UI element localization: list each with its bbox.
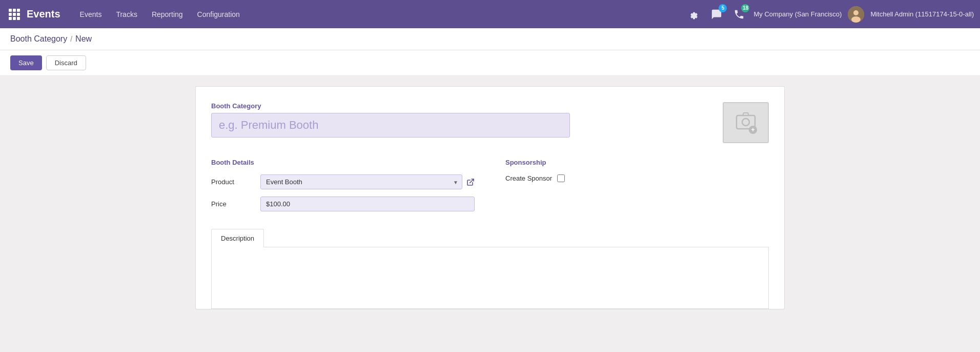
nav-tracks[interactable]: Tracks	[109, 0, 144, 28]
user-name[interactable]: Mitchell Admin (11517174-15-0-all)	[870, 10, 974, 18]
sponsorship-title: Sponsorship	[505, 159, 769, 166]
nav-events[interactable]: Events	[73, 0, 109, 28]
navbar: Events Events Tracks Reporting Configura…	[0, 0, 980, 28]
create-sponsor-label: Create Sponsor	[505, 174, 552, 182]
phone-icon[interactable]: 18	[731, 6, 747, 23]
booth-details-title: Booth Details	[211, 159, 475, 166]
product-select-wrapper: Event Booth Standard Booth Premium Booth…	[260, 174, 462, 189]
breadcrumb-current: New	[75, 34, 92, 44]
discard-button[interactable]: Discard	[46, 55, 86, 70]
breadcrumb-parent[interactable]: Booth Category	[10, 34, 67, 44]
phone-badge: 18	[741, 4, 749, 12]
booth-category-section: Booth Category	[211, 102, 712, 138]
price-input[interactable]: $100.00	[260, 197, 475, 211]
create-sponsor-row: Create Sponsor	[505, 174, 769, 182]
svg-point-4	[742, 119, 749, 126]
app-brand[interactable]: Events	[27, 8, 60, 20]
price-control: $100.00	[260, 197, 475, 211]
description-area[interactable]	[211, 247, 769, 309]
settings-icon[interactable]	[686, 6, 702, 23]
booth-details-section: Booth Details Product Event Booth Standa…	[211, 159, 475, 219]
product-row: Product Event Booth Standard Booth Premi…	[211, 174, 475, 189]
photo-upload[interactable]: +	[723, 102, 769, 143]
breadcrumb-separator: /	[70, 35, 72, 43]
form-header: Booth Category +	[211, 102, 769, 143]
tab-description[interactable]: Description	[211, 229, 264, 247]
chat-badge: 5	[719, 4, 727, 12]
save-button[interactable]: Save	[10, 55, 42, 70]
form-card: Booth Category + Booth Details	[195, 86, 785, 309]
svg-point-1	[853, 10, 859, 15]
chat-icon[interactable]: 5	[708, 6, 725, 23]
nav-reporting[interactable]: Reporting	[145, 0, 190, 28]
svg-point-2	[851, 16, 861, 23]
product-external-link-button[interactable]	[466, 178, 475, 186]
product-select[interactable]: Event Booth Standard Booth Premium Booth	[260, 174, 462, 189]
navbar-links: Events Tracks Reporting Configuration	[73, 0, 247, 28]
product-label: Product	[211, 178, 252, 186]
svg-line-5	[470, 179, 474, 183]
nav-configuration[interactable]: Configuration	[190, 0, 247, 28]
booth-category-label: Booth Category	[211, 102, 712, 110]
action-bar: Save Discard	[0, 50, 980, 76]
user-avatar[interactable]	[848, 6, 864, 23]
create-sponsor-checkbox[interactable]	[557, 174, 565, 182]
company-name[interactable]: My Company (San Francisco)	[753, 10, 842, 18]
sponsorship-section: Sponsorship Create Sponsor	[505, 159, 769, 219]
product-control: Event Booth Standard Booth Premium Booth…	[260, 174, 475, 189]
breadcrumb: Booth Category / New	[0, 28, 980, 50]
tabs-bar: Description	[211, 229, 769, 247]
form-sections: Booth Details Product Event Booth Standa…	[211, 159, 769, 219]
grid-menu-icon[interactable]	[6, 6, 23, 23]
page-wrapper: Booth Category / New Save Discard Booth …	[0, 28, 980, 352]
price-row: Price $100.00	[211, 197, 475, 211]
navbar-right: 5 18 My Company (San Francisco) Mitchell…	[686, 6, 974, 23]
booth-category-input[interactable]	[211, 113, 570, 138]
price-label: Price	[211, 200, 252, 208]
